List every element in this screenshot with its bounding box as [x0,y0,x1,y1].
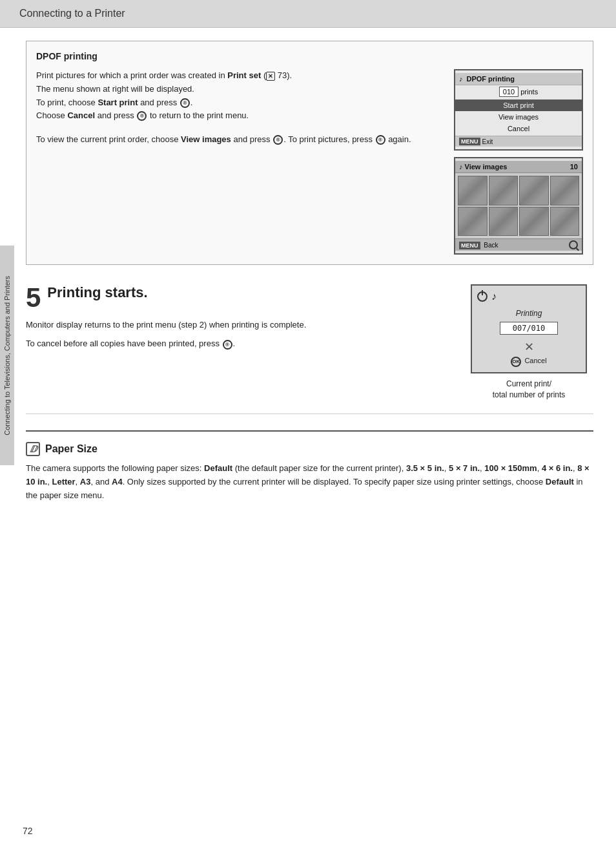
cancel-row: OK Cancel [477,357,580,367]
thumb-4 [550,176,580,205]
screen1-header: ♪ DPOF printing [455,73,582,85]
menu-item-cancel: Cancel [455,123,582,134]
progress-value: 007/010 [513,324,546,333]
step5-para2: To cancel before all copies have been pr… [26,337,445,350]
caption-text: Current print/total number of prints [493,379,566,401]
dpof-menu-screen: ♪ DPOF printing 010 prints Start print V… [454,69,583,151]
thumb-8 [550,207,580,236]
side-tab: Connecting to Televisions, Computers and… [0,246,14,465]
step5-body: Monitor display returns to the print men… [26,318,445,351]
view-images-screen: ♪ View images 10 [454,157,583,255]
main-content: DPOF printing Print pictures for which a… [0,28,616,516]
dpof-section-title: DPOF printing [36,51,583,61]
note-body: The camera supports the following paper … [26,461,593,503]
ok-circle-2: ® [137,111,147,121]
menu-btn-1: MENU [459,138,480,145]
step5-right: ♪ Printing 007/010 ✕ OK Cancel Current p… [464,284,593,401]
thumb-2 [489,176,518,205]
view-footer-text: Back [484,242,498,249]
progress-box: 007/010 [500,322,558,335]
note-section: ⅅ Paper Size The camera supports the fol… [26,430,593,503]
cancel-label: Cancel [524,357,546,364]
step5-left: 5Printing starts. Monitor display return… [26,284,445,401]
thumb-6 [489,207,518,236]
screen1-prints-row: 010 prints [455,85,582,98]
view-icon: ♪ [459,163,463,171]
thumb-1 [458,176,488,205]
view-footer: MENU Back [455,238,582,251]
x-icon: ✕ [477,340,580,354]
printing-screen: ♪ Printing 007/010 ✕ OK Cancel [471,284,587,373]
thumbnails-grid [455,173,582,238]
view-count: 10 [570,163,578,171]
side-tab-text: Connecting to Televisions, Computers and… [3,276,11,435]
screen1-footer: MENU Exit [455,136,582,147]
page-header: Connecting to a Printer [0,0,616,28]
step5-section: 5Printing starts. Monitor display return… [26,284,593,414]
view-header-left: ♪ View images [459,163,507,171]
dpof-section: DPOF printing Print pictures for which a… [26,41,593,265]
menu-item-view-images: View images [455,111,582,123]
step5-heading: 5Printing starts. [26,284,445,311]
power-icon [477,291,488,302]
view-footer-left: MENU Back [459,242,498,249]
ok-circle-5: ® [223,340,232,350]
menu-item-start-print: Start print [455,100,582,111]
view-header: ♪ View images 10 [455,161,582,173]
dpof-para2: To view the current print order, choose … [36,133,441,147]
dpof-para1: Print pictures for which a print order w… [36,69,441,123]
print-set-icon: ✕ [266,72,275,81]
thumb-3 [519,176,549,205]
screen1-icon: ♪ [459,75,463,83]
ok-circle-3: ® [273,135,283,145]
header-title: Connecting to a Printer [19,8,125,19]
ok-btn-cancel: OK [511,357,521,367]
step5-para1: Monitor display returns to the print men… [26,318,445,331]
printing-label: Printing [477,309,580,318]
screen1-title: DPOF printing [467,75,515,83]
prints-box: 010 [499,87,518,97]
screen1-menu: Start print View images Cancel [455,98,582,136]
camera-icon-small: ♪ [491,291,497,302]
menu-btn-2: MENU [459,242,480,249]
dpof-screens: ♪ DPOF printing 010 prints Start print V… [454,69,583,255]
thumb-5 [458,207,488,236]
page-number: 72 [23,826,33,836]
dpof-text: Print pictures for which a print order w… [36,69,441,152]
prints-value: 010 [503,88,515,96]
printing-screen-header: ♪ [477,291,580,302]
step5-title: Printing starts. [47,284,147,300]
screen1-footer-text: Exit [482,138,493,145]
view-title: View images [465,163,508,171]
search-icon [569,240,578,249]
thumb-7 [519,207,549,236]
ok-circle-1: ® [180,98,190,108]
note-title: Paper Size [45,443,98,455]
prints-label: prints [520,88,538,96]
note-icon: ⅅ [26,442,40,456]
step5-number: 5 [26,284,41,311]
dpof-content: Print pictures for which a print order w… [36,69,583,255]
ok-circle-4: ® [376,135,385,145]
note-title-row: ⅅ Paper Size [26,442,593,456]
